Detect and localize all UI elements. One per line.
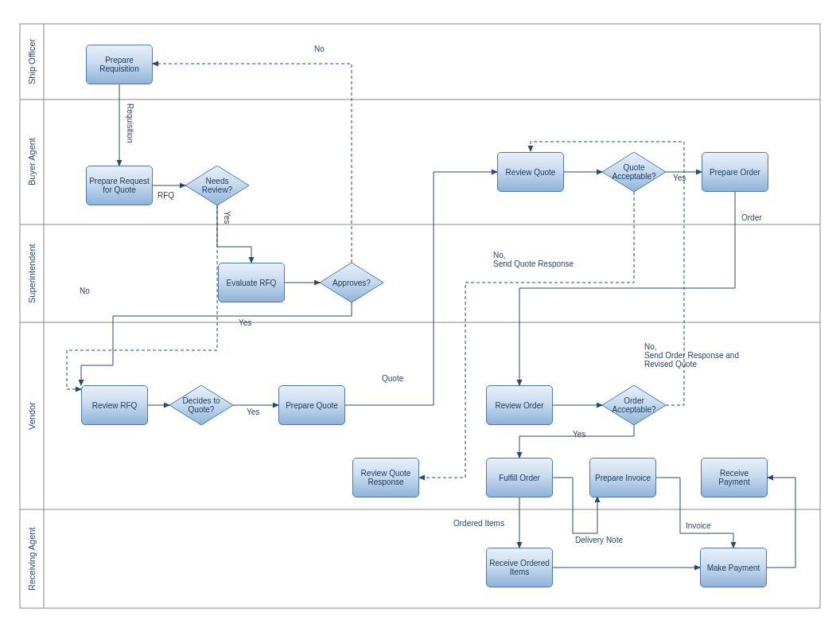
box-review-order: Review Order bbox=[486, 385, 553, 425]
label-order: Order bbox=[741, 213, 762, 222]
swimlane-diagram: Ship Officer Buyer Agent Superintendent … bbox=[0, 0, 840, 632]
label-yes-needs-review: Yes bbox=[223, 211, 231, 224]
label-yes-quote-acceptable: Yes bbox=[673, 174, 686, 182]
label-quote: Quote bbox=[382, 374, 403, 383]
label-invoice: Invoice bbox=[686, 521, 711, 530]
box-prepare-invoice: Prepare Invoice bbox=[589, 458, 656, 497]
diamond-quote-acceptable: Quote Acceptable? bbox=[602, 152, 666, 192]
diamond-needs-review-text: Needs Review? bbox=[185, 166, 249, 205]
box-review-rfq: Review RFQ bbox=[81, 385, 148, 425]
diagram-svg bbox=[0, 0, 840, 632]
label-yes-order-acceptable: Yes bbox=[573, 430, 585, 439]
label-no-needs-review: No bbox=[80, 287, 90, 295]
label-requisition: Requisition bbox=[126, 103, 134, 142]
label-rfq: RFQ bbox=[158, 191, 174, 200]
label-yes-approves: Yes bbox=[239, 318, 251, 327]
label-ordered-items: Ordered Items bbox=[453, 519, 504, 528]
label-no-send-quote-response: No, Send Quote Response bbox=[493, 251, 574, 268]
box-prepare-requisition: Prepare Requisition bbox=[86, 45, 153, 84]
lane-ship-officer: Ship Officer bbox=[24, 24, 40, 99]
diamond-order-acceptable: Order Acceptable? bbox=[602, 385, 666, 425]
lane-buyer-agent: Buyer Agent bbox=[24, 99, 40, 224]
lane-superintendent: Superintendent bbox=[24, 224, 40, 322]
diamond-needs-review: Needs Review? bbox=[185, 166, 249, 205]
box-prepare-order: Prepare Order bbox=[702, 152, 768, 192]
box-fulfill-order: Fulfill Order bbox=[486, 458, 553, 497]
box-review-quote: Review Quote bbox=[497, 152, 564, 192]
diamond-quote-acceptable-text: Quote Acceptable? bbox=[602, 152, 666, 192]
box-evaluate-rfq: Evaluate RFQ bbox=[218, 263, 285, 302]
diamond-approves: Approves? bbox=[320, 263, 383, 302]
box-review-quote-response: Review Quote Response bbox=[352, 458, 419, 497]
label-yes-decides: Yes bbox=[247, 408, 259, 416]
label-no-approves: No bbox=[314, 45, 325, 53]
label-no-send-order-response: No, Send Order Response and Revised Quot… bbox=[644, 342, 739, 369]
label-delivery-note: Delivery Note bbox=[575, 536, 623, 544]
diamond-decides-to-quote-text: Decides to Quote? bbox=[169, 385, 233, 425]
diamond-order-acceptable-text: Order Acceptable? bbox=[602, 385, 666, 425]
box-prepare-rfq: Prepare Request for Quote bbox=[86, 166, 153, 205]
box-make-payment: Make Payment bbox=[700, 548, 767, 587]
lane-vendor: Vendor bbox=[24, 322, 40, 509]
lane-receiving-agent: Receiving Agent bbox=[24, 509, 40, 608]
box-receive-payment: Receive Payment bbox=[701, 458, 768, 497]
diamond-decides-to-quote: Decides to Quote? bbox=[169, 385, 233, 425]
box-prepare-quote: Prepare Quote bbox=[278, 385, 345, 425]
diamond-approves-text: Approves? bbox=[320, 263, 383, 302]
box-receive-ordered-items: Receive Ordered Items bbox=[486, 548, 553, 587]
